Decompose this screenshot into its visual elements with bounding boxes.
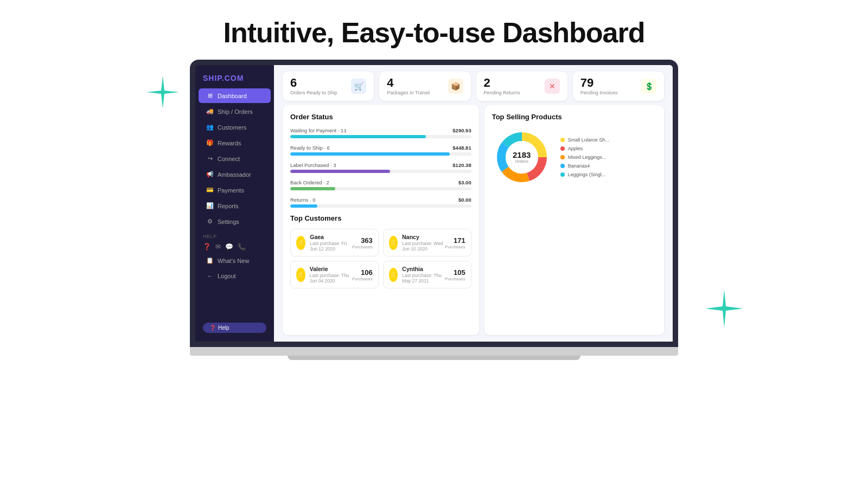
customer-name-3: Cynthia — [402, 266, 445, 272]
legend-label-4: Leggings (Singl... — [568, 172, 606, 177]
sidebar-item-rewards[interactable]: 🎁 Rewards — [199, 136, 271, 150]
stat-icon-orders-ready: 🛒 — [351, 79, 366, 94]
bar-fill-3 — [290, 187, 335, 190]
order-row-1: Ready to Ship · 6 $448.81 — [290, 145, 471, 156]
sidebar-item-logout[interactable]: ← Logout — [199, 269, 271, 283]
customer-card-1: ⭐ Nancy Last purchase: Wed Jun 10 2020 1… — [383, 229, 471, 256]
help-section-label: Help — [195, 229, 274, 241]
bar-track-1 — [290, 152, 471, 156]
ambassador-icon: 📢 — [206, 171, 214, 178]
customers-icon: 👥 — [206, 124, 214, 131]
customer-avatar-2: ⭐ — [296, 268, 305, 282]
donut-chart: 2183 Orders — [492, 127, 552, 187]
sidebar-item-dashboard[interactable]: ⊞ Dashboard — [199, 88, 271, 103]
customer-left-3: ⭐ Cynthia Last purchase: Thu May 27 2021 — [389, 266, 445, 284]
order-row-4: Returns · 0 $0.00 — [290, 197, 471, 208]
customer-name-1: Nancy — [402, 234, 445, 240]
customer-left-1: ⭐ Nancy Last purchase: Wed Jun 10 2020 — [389, 234, 445, 252]
legend-label-0: Small Lularoe Sh... — [568, 137, 609, 143]
legend-dot-1 — [560, 146, 565, 151]
customer-right-3: 105 Purchases — [445, 268, 465, 281]
legend-label-2: Mixed Leggings... — [568, 155, 607, 160]
settings-icon: ⚙ — [206, 218, 214, 225]
order-value-4: $0.00 — [458, 197, 471, 203]
order-status-title: Order Status — [290, 113, 471, 121]
help-button[interactable]: ❓ Help — [203, 323, 266, 333]
customer-date-0: Last purchase: Fri Jun 12 2020 — [310, 241, 352, 252]
legend-dot-0 — [560, 138, 565, 142]
bar-track-2 — [290, 170, 471, 173]
sidebar-logo: SHIP.COM — [195, 72, 274, 88]
bar-fill-1 — [290, 152, 450, 156]
customer-right-2: 106 Purchases — [352, 268, 373, 281]
stat-label-pending-returns: Pending Returns — [484, 90, 520, 95]
customer-date-1: Last purchase: Wed Jun 10 2020 — [402, 241, 445, 252]
help-question-icon[interactable]: ❓ — [203, 243, 211, 251]
help-phone-icon[interactable]: 📞 — [238, 243, 246, 251]
sidebar-item-customers[interactable]: 👥 Customers — [199, 120, 271, 134]
customer-count-0: 363 — [352, 236, 373, 245]
order-status-panel: Order Status Waiting for Payment · 11 $2… — [283, 105, 479, 335]
dashboard-icon: ⊞ — [206, 92, 214, 99]
legend-label-3: Bananas4 — [568, 163, 590, 169]
stats-row: 6 Orders Ready to Ship 🛒 4 Packages In T… — [274, 65, 673, 105]
laptop-base — [190, 347, 678, 356]
customer-count-1: 171 — [445, 236, 465, 245]
sidebar-item-ship-orders[interactable]: 🚚 Ship / Orders — [199, 104, 271, 119]
sidebar-item-payments[interactable]: 💳 Payments — [199, 183, 271, 197]
top-selling-title: Top Selling Products — [492, 113, 656, 121]
reports-icon: 📊 — [206, 202, 214, 209]
customer-avatar-3: ⭐ — [389, 268, 398, 282]
customers-grid: ⭐ Gaea Last purchase: Fri Jun 12 2020 36… — [290, 229, 471, 288]
donut-sublabel: Orders — [513, 159, 531, 164]
sidebar-label-ship-orders: Ship / Orders — [218, 108, 253, 115]
customer-left-0: ⭐ Gaea Last purchase: Fri Jun 12 2020 — [296, 234, 352, 252]
sidebar-label-rewards: Rewards — [218, 140, 241, 146]
stat-label-pending-invoices: Pending Invoices — [580, 90, 618, 95]
customer-right-0: 363 Purchases — [352, 236, 373, 249]
sidebar: SHIP.COM ⊞ Dashboard 🚚 Ship / Orders 👥 C… — [195, 65, 274, 342]
legend-item-2: Mixed Leggings... — [560, 155, 609, 160]
bar-fill-2 — [290, 170, 390, 173]
help-btn-icon: ❓ — [209, 325, 216, 331]
stat-icon-packages-transit: 📦 — [448, 79, 463, 94]
sidebar-item-settings[interactable]: ⚙ Settings — [199, 214, 271, 229]
laptop-foot — [288, 356, 580, 360]
page-heading: Intuitive, Easy-to-use Dashboard — [223, 16, 644, 49]
sidebar-item-reports[interactable]: 📊 Reports — [199, 198, 271, 213]
top-selling-panel: Top Selling Products — [484, 105, 664, 335]
order-label-3: Back Ordered · 2 — [290, 179, 329, 185]
help-icons-row: ❓ ✉ 💬 📞 — [195, 241, 274, 253]
sidebar-item-connect[interactable]: ↪ Connect — [199, 151, 271, 166]
stat-icon-pending-returns: ✕ — [545, 79, 560, 94]
customer-label-2: Purchases — [352, 277, 373, 281]
order-label-0: Waiting for Payment · 11 — [290, 127, 347, 133]
legend-dot-3 — [560, 164, 565, 168]
bottom-panels: Order Status Waiting for Payment · 11 $2… — [274, 105, 673, 342]
sidebar-label-dashboard: Dashboard — [218, 93, 247, 99]
help-chat-icon[interactable]: 💬 — [225, 243, 233, 251]
order-row-0: Waiting for Payment · 11 $290.93 — [290, 127, 471, 138]
legend-item-0: Small Lularoe Sh... — [560, 137, 609, 143]
order-value-2: $120.38 — [452, 162, 471, 168]
donut-total: 2183 — [513, 151, 531, 159]
legend-item-3: Bananas4 — [560, 163, 609, 169]
help-email-icon[interactable]: ✉ — [215, 243, 221, 251]
stat-number-pending-invoices: 79 — [580, 77, 618, 89]
screen: SHIP.COM ⊞ Dashboard 🚚 Ship / Orders 👥 C… — [190, 60, 678, 347]
star-decoration-tl — [146, 76, 179, 108]
customer-date-2: Last purchase: Thu Jun 04 2020 — [310, 273, 352, 284]
payments-icon: 💳 — [206, 187, 214, 194]
bar-track-4 — [290, 204, 471, 208]
sidebar-item-ambassador[interactable]: 📢 Ambassador — [199, 167, 271, 182]
legend-dot-4 — [560, 172, 565, 177]
customer-left-2: ⭐ Valerie Last purchase: Thu Jun 04 2020 — [296, 266, 352, 284]
whats-new-icon: 📋 — [206, 257, 214, 264]
order-label-4: Returns · 0 — [290, 197, 315, 203]
customer-label-3: Purchases — [445, 277, 465, 281]
customer-avatar-1: ⭐ — [389, 236, 398, 250]
rewards-icon: 🎁 — [206, 139, 214, 146]
ship-orders-icon: 🚚 — [206, 108, 214, 115]
bar-fill-4 — [290, 204, 317, 208]
sidebar-item-whats-new[interactable]: 📋 What's New — [199, 253, 271, 268]
